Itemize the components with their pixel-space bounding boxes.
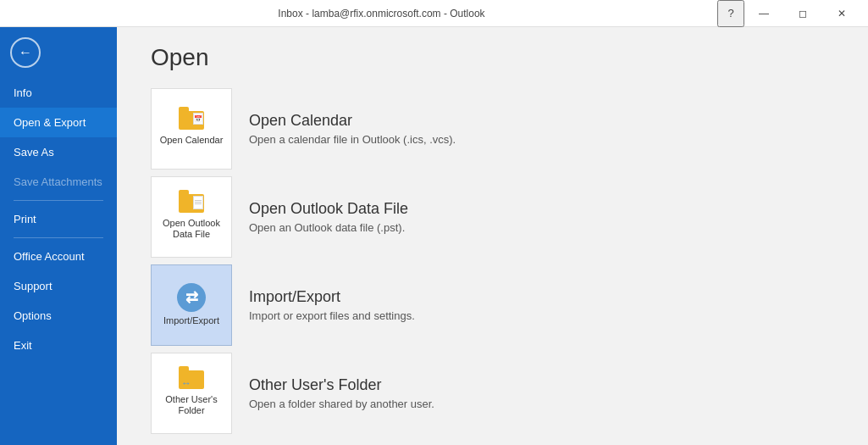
other-folder-icon: ↔ [179, 370, 204, 391]
sidebar-item-options[interactable]: Options [0, 301, 117, 331]
help-button[interactable]: ? [717, 0, 744, 27]
open-data-title: Open Outlook Data File [249, 200, 408, 218]
titlebar-controls: ? ― ◻ ✕ [717, 0, 861, 27]
import-export-label: Import/Export [163, 315, 219, 326]
sidebar-item-print[interactable]: Print [0, 204, 117, 234]
other-folder-desc: Open a folder shared by another user. [249, 398, 434, 410]
import-export-title: Import/Export [249, 288, 415, 306]
app-body: ← Info Open & Export Save As Save Attach… [0, 27, 868, 445]
sidebar-item-save-as[interactable]: Save As [0, 137, 117, 167]
sidebar-item-exit[interactable]: Exit [0, 331, 117, 360]
sidebar-item-support[interactable]: Support [0, 271, 117, 301]
open-calendar-title: Open Calendar [249, 112, 456, 130]
option-info-open-data: Open Outlook Data File Open an Outlook d… [249, 200, 408, 234]
open-calendar-label: Open Calendar [160, 135, 224, 146]
option-info-other-folder: Other User's Folder Open a folder shared… [249, 376, 434, 410]
sidebar-item-save-attachments: Save Attachments [0, 167, 117, 197]
import-export-icon: ⇄ [177, 283, 206, 312]
sidebar-item-open-export[interactable]: Open & Export [0, 108, 117, 137]
option-row-import-export: ⇄ Import/Export Import/Export Import or … [151, 264, 834, 346]
other-folder-title: Other User's Folder [249, 376, 434, 394]
option-row-open-data: Open Outlook Data File Open Outlook Data… [151, 176, 834, 258]
page-title: Open [151, 44, 834, 71]
option-tile-other-folder[interactable]: ↔ Other User's Folder [151, 353, 232, 434]
option-row-open-calendar: 📅 Open Calendar Open Calendar Open a cal… [151, 88, 834, 170]
main-panel: Open 📅 Open Calendar Open Ca [117, 27, 868, 445]
sidebar-divider-1 [14, 200, 103, 201]
option-tile-open-calendar[interactable]: 📅 Open Calendar [151, 88, 232, 170]
open-data-desc: Open an Outlook data file (.pst). [249, 221, 408, 234]
sidebar-divider-2 [14, 237, 103, 238]
sidebar-nav: Info Open & Export Save As Save Attachme… [0, 78, 117, 445]
option-tile-import-export[interactable]: ⇄ Import/Export [151, 264, 232, 346]
option-tile-open-data[interactable]: Open Outlook Data File [151, 176, 232, 258]
import-export-desc: Import or export files and settings. [249, 309, 415, 322]
option-info-import-export: Import/Export Import or export files and… [249, 288, 415, 322]
titlebar-title: Inbox - lamba@rfix.onmicrosoft.com - Out… [46, 8, 717, 19]
open-calendar-desc: Open a calendar file in Outlook (.ics, .… [249, 133, 456, 146]
option-row-other-folder: ↔ Other User's Folder Other User's Folde… [151, 353, 834, 434]
open-data-icon [179, 194, 204, 214]
sidebar: ← Info Open & Export Save As Save Attach… [0, 27, 117, 445]
other-folder-label: Other User's Folder [157, 394, 226, 416]
back-icon: ← [10, 37, 41, 68]
open-data-label: Open Outlook Data File [157, 218, 226, 240]
titlebar: Inbox - lamba@rfix.onmicrosoft.com - Out… [0, 0, 868, 27]
sidebar-item-info[interactable]: Info [0, 78, 117, 108]
main-content: Open 📅 Open Calendar Open Ca [117, 27, 868, 445]
close-button[interactable]: ✕ [822, 0, 861, 27]
option-info-open-calendar: Open Calendar Open a calendar file in Ou… [249, 112, 456, 146]
open-calendar-icon: 📅 [179, 111, 204, 131]
sidebar-item-office-account[interactable]: Office Account [0, 242, 117, 271]
back-button[interactable]: ← [0, 27, 51, 78]
minimize-button[interactable]: ― [744, 0, 783, 27]
restore-button[interactable]: ◻ [783, 0, 822, 27]
